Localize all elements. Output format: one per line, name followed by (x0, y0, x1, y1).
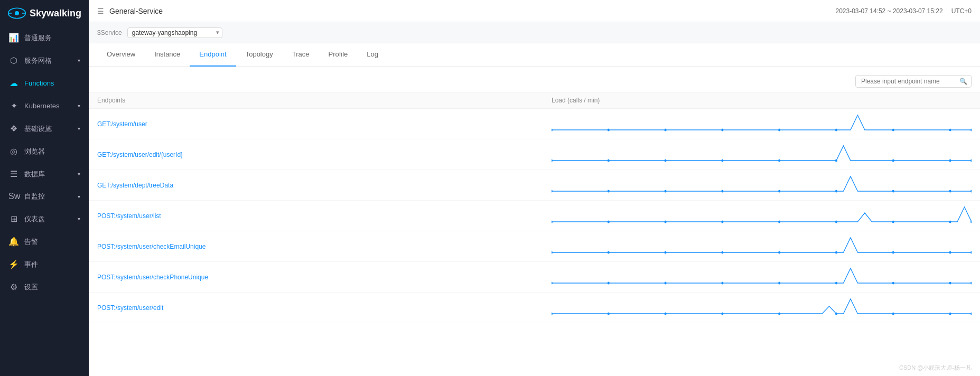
svg-point-21 (970, 159, 972, 162)
svg-point-11 (949, 128, 951, 131)
sidebar-label-general-service: 普通服务 (24, 33, 52, 43)
svg-point-56 (949, 281, 951, 284)
chevron-icon: ▾ (78, 171, 80, 177)
svg-point-18 (835, 159, 837, 162)
svg-point-27 (835, 190, 837, 192)
search-icon: 🔍 (959, 78, 967, 85)
topbar-right: 2023-03-07 14:52 ~ 2023-03-07 15:22 UTC+… (835, 7, 972, 15)
chevron-icon: ▾ (78, 216, 80, 222)
sidebar-icon-alert: 🔔 (8, 237, 19, 247)
svg-point-53 (778, 281, 780, 284)
svg-point-62 (778, 312, 780, 315)
svg-point-6 (665, 128, 667, 131)
sidebar-item-general-service[interactable]: 📊 普通服务 (0, 26, 89, 49)
sidebar-item-events[interactable]: ⚡ 事件 (0, 253, 89, 276)
sparkline-svg (552, 203, 972, 229)
tabs: Overview Instance Endpoint Topology Trac… (89, 43, 980, 67)
table-row: POST:/system/user/edit (89, 293, 980, 323)
svg-point-16 (721, 159, 723, 162)
svg-point-8 (778, 128, 780, 131)
sidebar-item-alert[interactable]: 🔔 告警 (0, 230, 89, 253)
endpoint-chart-ep6 (552, 264, 972, 290)
svg-point-47 (949, 251, 951, 253)
tab-profile[interactable]: Profile (319, 43, 357, 67)
endpoint-name[interactable]: POST:/system/user/list (97, 203, 552, 229)
svg-point-4 (552, 128, 553, 131)
svg-point-48 (970, 251, 972, 253)
service-bar: $Service gateway-yangshaoping other-serv… (89, 22, 980, 43)
tab-topology[interactable]: Topology (236, 43, 283, 67)
sidebar-item-dashboard[interactable]: ⊞ 仪表盘 ▾ (0, 208, 89, 230)
svg-point-14 (608, 159, 610, 162)
sidebar-label-kubernetes: Kubernetes (24, 102, 60, 110)
sidebar-item-browser[interactable]: ◎ 浏览器 (0, 140, 89, 163)
endpoint-name[interactable]: GET:/system/dept/treeData (97, 172, 552, 199)
service-select-wrap[interactable]: gateway-yangshaoping other-service (127, 27, 222, 38)
svg-point-22 (552, 190, 553, 192)
sidebar-item-infrastructure[interactable]: ❖ 基础设施 ▾ (0, 117, 89, 140)
tab-log[interactable]: Log (357, 43, 388, 67)
svg-point-10 (892, 128, 894, 131)
svg-point-59 (608, 312, 610, 315)
sidebar-icon-database: ☰ (8, 169, 19, 179)
sidebar-icon-infrastructure: ❖ (8, 124, 19, 134)
svg-point-26 (778, 190, 780, 192)
svg-point-50 (608, 281, 610, 284)
search-input-wrap: 🔍 (855, 75, 972, 88)
tab-endpoint[interactable]: Endpoint (190, 43, 236, 67)
chevron-icon: ▾ (78, 103, 80, 109)
endpoint-chart-ep2 (552, 142, 972, 168)
table-row: GET:/system/user (89, 109, 980, 139)
svg-point-63 (835, 312, 837, 315)
sidebar-icon-general-service: 📊 (8, 33, 19, 43)
endpoint-name[interactable]: GET:/system/user/edit/{userId} (97, 142, 552, 168)
svg-point-43 (721, 251, 723, 253)
svg-point-29 (949, 190, 951, 192)
endpoint-name[interactable]: POST:/system/user/checkPhoneUnique (97, 264, 552, 290)
svg-point-20 (949, 159, 951, 162)
search-input[interactable] (855, 75, 972, 88)
svg-point-33 (665, 220, 667, 223)
svg-point-55 (892, 281, 894, 284)
svg-point-64 (892, 312, 894, 315)
svg-point-65 (949, 312, 951, 315)
tab-trace[interactable]: Trace (283, 43, 319, 67)
endpoint-name[interactable]: GET:/system/user (97, 111, 552, 137)
svg-point-30 (970, 190, 972, 192)
logo-area: Skywalking (0, 0, 89, 26)
svg-point-57 (970, 281, 972, 284)
endpoint-name[interactable]: POST:/system/user/checkEmailUnique (97, 233, 552, 260)
svg-point-45 (835, 251, 837, 253)
sidebar-item-service-mesh[interactable]: ⬡ 服务网格 ▾ (0, 49, 89, 72)
svg-point-39 (970, 220, 972, 223)
timezone: UTC+0 (951, 7, 972, 15)
svg-point-54 (835, 281, 837, 284)
chevron-icon: ▾ (78, 58, 80, 63)
chevron-icon: ▾ (78, 126, 80, 131)
sidebar-item-settings[interactable]: ⚙ 设置 (0, 276, 89, 298)
sparkline-svg (552, 111, 972, 137)
svg-point-28 (892, 190, 894, 192)
tab-overview[interactable]: Overview (97, 43, 145, 67)
sidebar-item-database[interactable]: ☰ 数据库 ▾ (0, 163, 89, 185)
sidebar-label-infrastructure: 基础设施 (24, 124, 52, 134)
datetime-range: 2023-03-07 14:52 ~ 2023-03-07 15:22 (835, 7, 942, 15)
svg-point-42 (665, 251, 667, 253)
endpoint-chart-ep4 (552, 203, 972, 229)
sparkline-svg (552, 172, 972, 199)
svg-point-15 (665, 159, 667, 162)
sidebar-item-self-monitor[interactable]: Sw 自监控 ▾ (0, 185, 89, 208)
svg-point-34 (721, 220, 723, 223)
sidebar-item-kubernetes[interactable]: ✦ Kubernetes ▾ (0, 95, 89, 117)
service-select[interactable]: gateway-yangshaoping other-service (127, 27, 222, 38)
sidebar-icon-settings: ⚙ (8, 282, 19, 292)
tab-instance[interactable]: Instance (145, 43, 190, 67)
menu-icon: ☰ (97, 7, 104, 15)
endpoint-name[interactable]: POST:/system/user/edit (97, 295, 552, 321)
svg-point-23 (608, 190, 610, 192)
svg-point-24 (665, 190, 667, 192)
sidebar-item-functions[interactable]: ☁ Functions (0, 72, 89, 95)
sidebar-label-alert: 告警 (24, 237, 38, 247)
sidebar-icon-self-monitor: Sw (8, 192, 19, 201)
endpoint-chart-ep5 (552, 233, 972, 260)
